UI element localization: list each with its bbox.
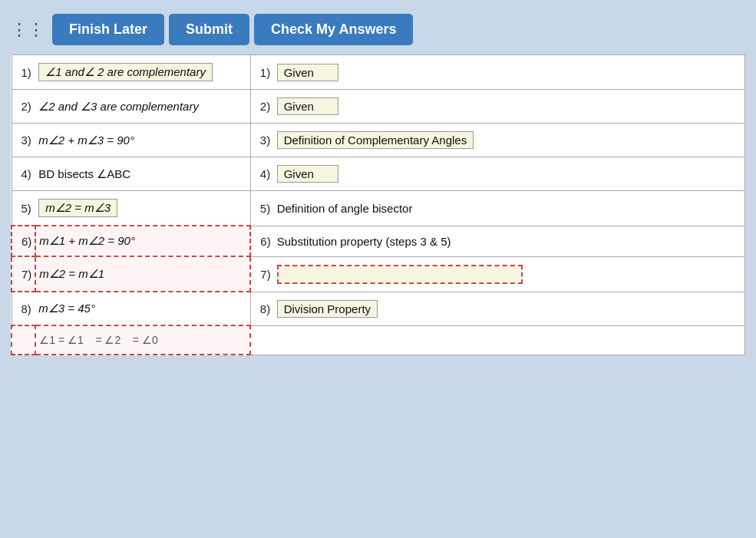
reason-answer-8: Division Property <box>277 300 378 318</box>
table-row: 1) ∠1 and∠ 2 are complementary 1) Given <box>12 55 745 90</box>
drag-handle-icon: ⋮⋮ <box>11 20 45 40</box>
reason-cell-2: Given <box>274 90 745 124</box>
reason-answer-3: Definition of Complementary Angles <box>277 131 474 149</box>
stmt-cell-1: ∠1 and∠ 2 are complementary <box>35 55 250 90</box>
stmt-cell-4: BD bisects ∠ABC <box>35 157 250 191</box>
reason-cell-7[interactable] <box>274 256 745 292</box>
stmt-num-3: 3) <box>12 124 35 157</box>
reason-cell-4: Given <box>274 157 745 191</box>
reason-num-8: 8) <box>250 292 273 325</box>
stmt-cell-3: m∠2 + m∠3 = 90° <box>35 124 250 157</box>
reason-cell-8: Division Property <box>274 292 745 325</box>
finish-later-button[interactable]: Finish Later <box>52 14 164 45</box>
stmt-cell-2: ∠2 and ∠3 are complementary <box>35 90 250 124</box>
table-row: 7) m∠2 = m∠1 7) <box>12 256 745 292</box>
reason-num-7: 7) <box>250 256 273 292</box>
reason-cell-5: Definition of angle bisector <box>274 191 745 226</box>
reason-num-3: 3) <box>250 124 273 157</box>
stmt-cell-5: m∠2 = m∠3 <box>35 191 250 226</box>
stmt-num-8: 8) <box>12 292 35 325</box>
stmt-answer-1: ∠1 and∠ 2 are complementary <box>38 63 213 81</box>
stmt-num-2: 2) <box>12 90 35 124</box>
table-row: 3) m∠2 + m∠3 = 90° 3) Definition of Comp… <box>12 124 745 157</box>
table-row: 4) BD bisects ∠ABC 4) Given <box>12 157 745 191</box>
stmt-cell-9: ∠1 = ∠1 = ∠2 = ∠0 <box>35 325 250 355</box>
stmt-num-7: 7) <box>12 256 35 292</box>
reason-num-5: 5) <box>250 191 273 226</box>
reason-num-4: 4) <box>250 157 273 191</box>
check-answers-button[interactable]: Check My Answers <box>254 14 413 45</box>
stmt-cell-6: m∠1 + m∠2 = 90° <box>35 226 250 256</box>
reason-num-6: 6) <box>250 226 273 256</box>
stmt-num-5: 5) <box>12 191 35 226</box>
reason-answer-2: Given <box>277 97 338 115</box>
stmt-answer-5: m∠2 = m∠3 <box>38 199 117 217</box>
reason-answer-1: Given <box>277 64 338 81</box>
reason-cell-3: Definition of Complementary Angles <box>274 124 745 157</box>
stmt-num-6: 6) <box>12 226 35 256</box>
reason-cell-6: Substitution property (steps 3 & 5) <box>274 226 745 256</box>
stmt-cell-8: m∠3 = 45° <box>35 292 250 325</box>
stmt-num-1: 1) <box>12 55 35 90</box>
reason-answer-4: Given <box>277 165 338 183</box>
table-row: 6) m∠1 + m∠2 = 90° 6) Substitution prope… <box>12 226 745 256</box>
reason-num-9 <box>250 325 273 355</box>
table-row: 5) m∠2 = m∠3 5) Definition of angle bise… <box>12 191 745 226</box>
table-row: 8) m∠3 = 45° 8) Division Property <box>12 292 745 325</box>
submit-button[interactable]: Submit <box>169 14 249 45</box>
reason-num-2: 2) <box>250 90 273 124</box>
stmt-num-4: 4) <box>12 157 35 191</box>
reason-cell-1: Given <box>274 55 745 90</box>
stmt-text-4: BD bisects ∠ABC <box>38 167 130 180</box>
toolbar: ⋮⋮ Finish Later Submit Check My Answers <box>0 0 756 54</box>
table-row: 2) ∠2 and ∠3 are complementary 2) Given <box>12 90 745 124</box>
proof-table: 1) ∠1 and∠ 2 are complementary 1) Given … <box>11 54 745 355</box>
stmt-cell-7: m∠2 = m∠1 <box>35 256 250 292</box>
stmt-num-9 <box>12 325 35 355</box>
reason-cell-9 <box>274 325 745 355</box>
table-row: ∠1 = ∠1 = ∠2 = ∠0 <box>12 325 745 355</box>
reason-input-7[interactable] <box>277 265 523 284</box>
reason-num-1: 1) <box>250 55 273 90</box>
